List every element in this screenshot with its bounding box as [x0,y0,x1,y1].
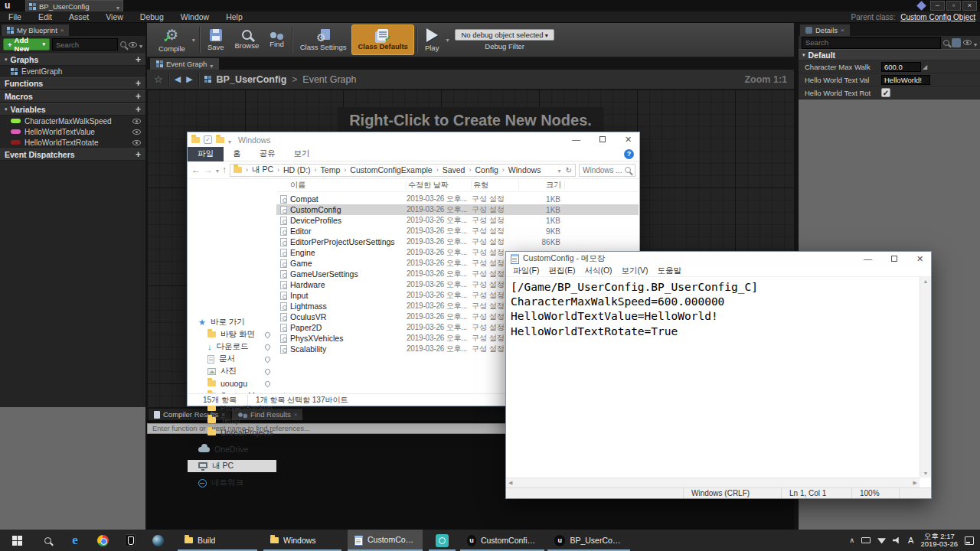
taskbar-chrome-button[interactable] [89,530,116,551]
wifi-icon[interactable] [877,537,886,544]
ribbon-tab-home[interactable]: 홈 [224,148,250,159]
menu-debug[interactable]: Debug [132,12,172,21]
quick-access-properties-icon[interactable]: ✓ [204,135,212,144]
crumb-this-pc[interactable]: 내 PC [252,165,273,175]
window-maximize-button[interactable]: ▫ [946,1,961,11]
save-button[interactable]: Save [202,24,230,55]
variable-eye-icon[interactable] [132,129,141,135]
section-event-dispatchers[interactable]: Event Dispatchers + [0,148,145,161]
explorer-search-box[interactable] [579,164,635,177]
section-functions[interactable]: Functions + [0,77,145,90]
nav-forward-icon[interactable]: ▶ [186,74,192,84]
compile-options-caret[interactable] [191,37,197,44]
horizontal-scrollbar[interactable]: ◀▶ [506,478,920,487]
notepad-text-area[interactable]: [/Game/BP_UserConfig.BP_UserConfig_C] Ch… [506,277,920,478]
view-options-icon[interactable] [963,40,972,45]
taskbar-window-build[interactable]: Build [178,530,257,551]
sidebar-desktop[interactable]: 바탕 화면 [188,328,276,341]
crumb-saved[interactable]: Saved [443,165,466,174]
menu-help[interactable]: 도움말 [653,266,687,276]
graph-item-eventgraph[interactable]: EventGraph [0,66,145,77]
file-row[interactable]: DeviceProfiles2019-03-26 오후...구성 설정1KB [276,215,639,226]
expand-arrow-icon[interactable]: ▾ [5,57,8,63]
add-macro-button[interactable]: + [136,91,141,102]
scroll-down-icon[interactable]: ▼ [923,471,929,476]
window-close-button[interactable]: × [962,1,977,11]
crumb-temp[interactable]: Temp [321,165,341,174]
variable-helloworldtextrotate[interactable]: HelloWorldTextRotate [0,137,145,148]
start-button[interactable] [0,530,34,551]
menu-edit[interactable]: Edit [30,12,60,21]
add-function-button[interactable]: + [136,78,141,89]
value-scrub-icon[interactable]: ◢ [923,64,927,70]
taskbar-window-notepad[interactable]: CustomConfig - 메... [348,530,423,551]
sidebar-unrealprojects[interactable]: UnrealProjects [188,426,276,439]
taskbar-epic-button[interactable] [116,530,144,551]
ribbon-tab-view[interactable]: 보기 [285,148,319,159]
add-new-button[interactable]: Add New [3,38,50,51]
sidebar-user-folder[interactable]: uouogu [188,377,276,390]
tray-expand-icon[interactable]: ∧ [849,536,854,544]
add-graph-button[interactable]: + [136,54,141,65]
class-defaults-button[interactable]: Class Defaults [351,24,413,55]
nav-forward-icon[interactable]: → [204,165,213,175]
taskbar-window-git[interactable] [429,530,456,551]
taskbar-window-blueprint[interactable]: u BP_UserConfig [547,530,630,551]
quick-access-newfolder-icon[interactable] [216,137,224,143]
ribbon-tab-file[interactable]: 파일 [188,147,224,161]
tab-my-blueprint[interactable]: My Blueprint × [2,24,69,36]
sidebar-documents[interactable]: 문서 [188,353,276,365]
explorer-search-input[interactable] [583,166,622,174]
details-section-default[interactable]: ▾ Default [799,49,980,60]
column-size[interactable]: 크기 [519,180,565,191]
nav-up-icon[interactable]: ↑ [222,165,227,175]
window-minimize-button[interactable]: — [565,132,587,147]
window-maximize-button[interactable] [883,252,905,266]
section-graphs[interactable]: ▾ Graphs + [0,54,145,66]
menu-asset[interactable]: Asset [60,12,97,21]
menu-file[interactable]: File [0,12,30,21]
refresh-icon[interactable]: ↻ [566,166,572,174]
window-close-button[interactable]: ✕ [617,132,639,147]
variable-eye-icon[interactable] [132,140,141,145]
variable-charactermaxwalkspeed[interactable]: CharacterMaxWalkSpeed [0,116,145,126]
add-variable-button[interactable]: + [136,104,141,115]
window-close-button[interactable]: ✕ [909,252,931,266]
section-macros[interactable]: Macros + [0,90,145,103]
scroll-right-icon[interactable]: ▶ [913,480,917,486]
taskbar-edge-button[interactable]: e [61,530,89,551]
volume-icon[interactable] [893,537,901,544]
section-variables[interactable]: ▾ Variables + [0,103,145,116]
crumb-project[interactable]: CustomConfigExample [350,165,432,174]
window-minimize-button[interactable]: — [857,252,879,266]
character-max-walk-input[interactable] [881,62,921,72]
expand-arrow-icon[interactable]: ▾ [802,52,805,58]
menu-view[interactable]: View [97,12,132,21]
crumb-windows[interactable]: Windows [508,165,541,174]
nav-back-icon[interactable]: ◀ [175,74,181,84]
compile-button[interactable]: ⚙✓ Compile [153,24,191,55]
column-type[interactable]: 유형 [472,180,519,191]
play-button[interactable]: Play [420,24,444,55]
favorite-star-icon[interactable]: ☆ [154,73,163,85]
find-button[interactable]: Find [264,24,289,55]
tray-device-icon[interactable] [861,537,871,543]
scroll-up-icon[interactable]: ▲ [923,279,929,284]
browse-button[interactable]: Browse [230,24,265,55]
address-caret-icon[interactable] [558,166,561,174]
rotate-checkbox[interactable]: ✓ [881,88,890,97]
my-blueprint-search-input[interactable] [52,38,118,51]
property-matrix-icon[interactable] [952,38,961,47]
ime-indicator[interactable]: A [908,536,913,545]
clock[interactable]: 오후 2:17 2019-03-26 [920,533,958,549]
menu-file[interactable]: 파일(F) [508,266,544,276]
tab-details[interactable]: Details × [800,24,850,36]
help-icon[interactable]: ? [624,149,634,159]
breadcrumb-current[interactable]: Event Graph [302,74,356,85]
menu-format[interactable]: 서식(O) [580,266,616,276]
file-row[interactable]: EditorPerProjectUserSettings2019-03-26 오… [276,236,639,247]
sidebar-downloads[interactable]: ↓다운로드 [188,341,276,353]
debug-object-dropdown[interactable]: No debug object selected [455,29,554,41]
taskbar-window-project[interactable]: u CustomConfigExa... [460,530,544,551]
asset-tab-bp-userconfig[interactable]: BP_UserConfig [25,0,123,11]
